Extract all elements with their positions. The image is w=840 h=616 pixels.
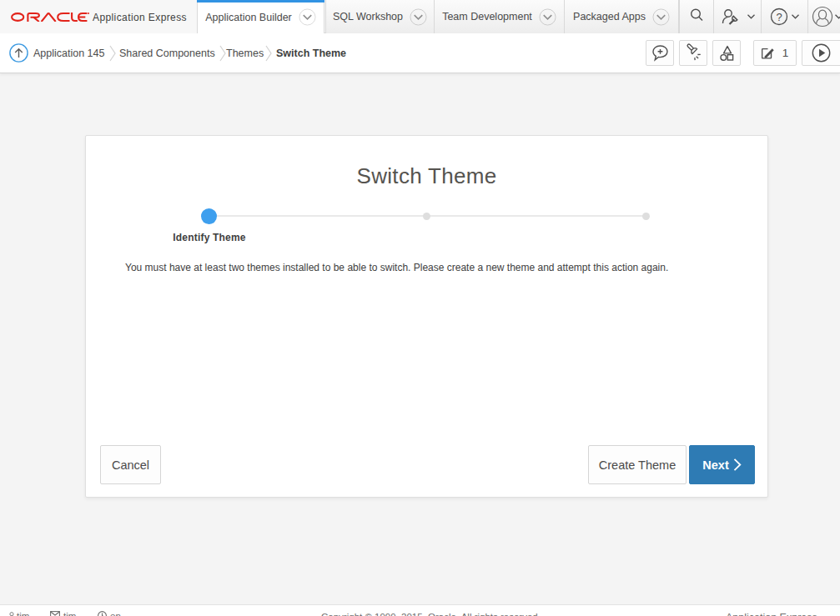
svg-text:?: ? — [776, 11, 782, 23]
